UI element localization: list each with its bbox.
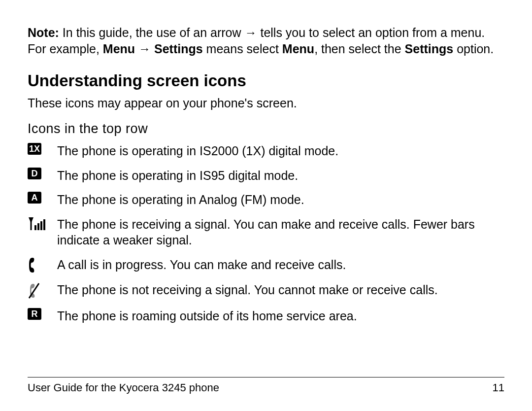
note-paragraph: Note: In this guide, the use of an arrow… [28, 25, 504, 57]
mode-d-icon: D [28, 166, 57, 191]
icon-description: The phone is operating in Analog (FM) mo… [57, 190, 504, 215]
icon-description: A call is in progress. You can make and … [57, 255, 504, 280]
icon-list: 1X The phone is operating in IS2000 (1X)… [28, 141, 504, 331]
mode-1x-icon: 1X [28, 141, 57, 166]
badge-text: R [28, 308, 41, 320]
note-text: In this guide, the use of an arrow [59, 26, 245, 39]
subsection-heading: Icons in the top row [28, 121, 504, 137]
note-label: Note: [28, 26, 59, 39]
no-signal-icon [28, 280, 57, 307]
badge-text: 1X [28, 143, 41, 155]
settings-bold: Settings [154, 42, 203, 56]
icon-description: The phone is receiving a signal. You can… [57, 215, 504, 255]
icon-description: The phone is operating in IS95 digital m… [57, 166, 504, 191]
icon-description: The phone is not receiving a signal. You… [57, 280, 504, 307]
settings-bold: Settings [405, 42, 454, 56]
icon-description: The phone is operating in IS2000 (1X) di… [57, 141, 504, 166]
svg-rect-5 [43, 219, 45, 230]
icon-row: R The phone is roaming outside of its ho… [28, 307, 504, 331]
badge-text: A [28, 192, 41, 204]
icon-row: The phone is receiving a signal. You can… [28, 215, 504, 255]
icon-row: The phone is not receiving a signal. You… [28, 280, 504, 307]
page-footer: User Guide for the Kyocera 3245 phone 11 [28, 377, 504, 394]
icon-row: 1X The phone is operating in IS2000 (1X)… [28, 141, 504, 166]
phone-icon [28, 255, 57, 280]
arrow-icon: → [245, 26, 257, 39]
icon-row: A The phone is operating in Analog (FM) … [28, 190, 504, 215]
note-text: option. [453, 42, 494, 56]
menu-bold: Menu [282, 42, 314, 56]
page-number: 11 [493, 381, 504, 394]
note-text: means select [203, 42, 282, 56]
svg-rect-3 [37, 223, 39, 230]
note-text: , then select the [314, 42, 404, 56]
signal-icon [28, 215, 57, 255]
arrow-icon: → [135, 42, 154, 56]
icon-row: D The phone is operating in IS95 digital… [28, 166, 504, 191]
badge-text: D [28, 168, 41, 179]
icon-description: The phone is roaming outside of its home… [57, 307, 504, 331]
menu-bold: Menu [103, 42, 135, 56]
icon-row: A call is in progress. You can make and … [28, 255, 504, 280]
section-heading: Understanding screen icons [28, 71, 504, 90]
svg-rect-4 [40, 221, 42, 230]
mode-a-icon: A [28, 190, 57, 215]
roaming-icon: R [28, 307, 57, 331]
intro-text: These icons may appear on your phone's s… [28, 96, 504, 110]
footer-title: User Guide for the Kyocera 3245 phone [28, 381, 219, 394]
svg-rect-2 [34, 225, 36, 230]
